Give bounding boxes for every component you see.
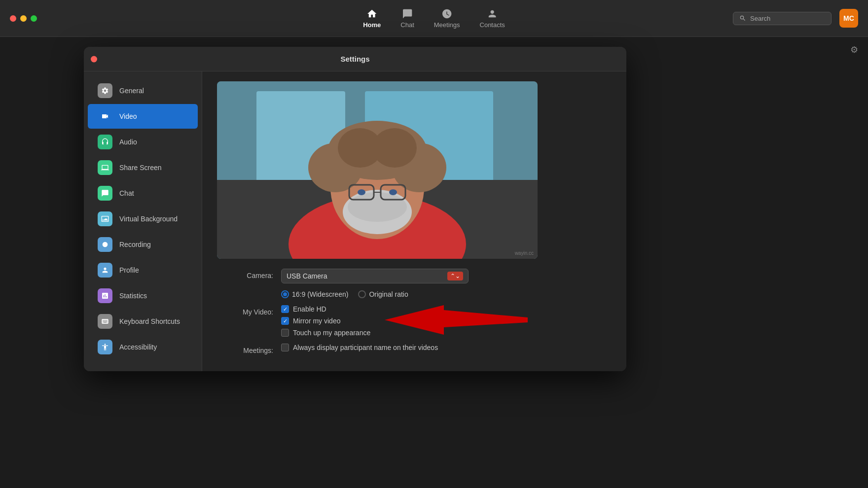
svg-point-14: [348, 192, 407, 222]
checkbox-enable-hd[interactable]: Enable HD: [281, 305, 612, 313]
camera-preview: wayin.cc: [217, 81, 538, 259]
checkbox-display-name[interactable]: Always display participant name on their…: [281, 344, 612, 351]
enable-hd-label: Enable HD: [293, 305, 326, 313]
enable-hd-checkbox[interactable]: [281, 305, 289, 313]
mirror-video-label: Mirror my video: [293, 317, 340, 325]
settings-modal: Settings General Video Audio: [84, 47, 626, 371]
sidebar-item-recording[interactable]: Recording: [88, 232, 198, 257]
sidebar-item-virtual-background[interactable]: Virtual Background: [88, 207, 198, 231]
display-name-label: Always display participant name on their…: [293, 344, 438, 351]
top-bar-right: Search MC: [733, 9, 858, 28]
maximize-window-button[interactable]: [31, 15, 37, 22]
minimize-window-button[interactable]: [20, 15, 27, 22]
meetings-icon: [441, 8, 452, 19]
radio-widescreen-label: 16:9 (Widescreen): [292, 290, 348, 298]
audio-icon: [98, 135, 112, 149]
meetings-row: Meetings: Always display participant nam…: [217, 344, 612, 354]
sidebar-general-label: General: [119, 87, 144, 95]
share-screen-icon: [98, 160, 112, 175]
sidebar-item-audio[interactable]: Audio: [88, 130, 198, 154]
radio-original-label: Original ratio: [369, 290, 408, 298]
sidebar-accessibility-label: Accessibility: [119, 343, 157, 351]
sidebar-item-general[interactable]: General: [88, 78, 198, 103]
sidebar-video-label: Video: [119, 112, 137, 120]
checkbox-touch-up[interactable]: Touch up my appearance: [281, 329, 612, 337]
video-feed: [217, 81, 538, 259]
profile-icon: [98, 263, 112, 278]
touch-up-label: Touch up my appearance: [293, 329, 370, 337]
aspect-ratio-options: 16:9 (Widescreen) Original ratio: [281, 290, 612, 298]
video-icon: [98, 109, 112, 124]
settings-gear-icon[interactable]: ⚙: [850, 44, 858, 55]
nav-meetings[interactable]: Meetings: [434, 8, 460, 29]
watermark: wayin.cc: [515, 250, 534, 256]
radio-original[interactable]: Original ratio: [358, 290, 408, 298]
sidebar-item-profile[interactable]: Profile: [88, 258, 198, 282]
sidebar-recording-label: Recording: [119, 241, 151, 248]
camera-label: Camera:: [217, 269, 281, 279]
sidebar-chat-label: Chat: [119, 189, 134, 197]
sidebar-item-keyboard-shortcuts[interactable]: Keyboard Shortcuts: [88, 309, 198, 334]
sidebar-item-accessibility[interactable]: Accessibility: [88, 335, 198, 359]
keyboard-icon: [98, 314, 112, 329]
camera-controls: USB Camera ⌃⌄: [281, 269, 612, 283]
meetings-label: Meetings:: [217, 344, 281, 354]
chat-sidebar-icon: [98, 186, 112, 201]
search-icon: [739, 15, 746, 22]
my-video-row: My Video: Enable HD Mirror my video Touc…: [217, 305, 612, 337]
modal-header: Settings: [84, 47, 626, 71]
contacts-icon: [487, 8, 498, 19]
general-icon: [98, 83, 112, 98]
my-video-label: My Video:: [217, 305, 281, 316]
touch-up-checkbox[interactable]: [281, 329, 289, 337]
search-bar[interactable]: Search: [733, 12, 832, 25]
modal-title: Settings: [340, 55, 369, 63]
radio-widescreen[interactable]: 16:9 (Widescreen): [281, 290, 348, 298]
sidebar-item-video[interactable]: Video: [88, 104, 198, 129]
sidebar-item-statistics[interactable]: Statistics: [88, 283, 198, 308]
sidebar-item-share-screen[interactable]: Share Screen: [88, 155, 198, 180]
select-arrow-icon: ⌃⌄: [447, 272, 463, 280]
display-name-checkbox[interactable]: [281, 344, 289, 351]
radio-widescreen-indicator: [281, 290, 289, 298]
camera-select-value: USB Camera: [287, 272, 327, 280]
nav-contacts[interactable]: Contacts: [480, 8, 505, 29]
checkbox-mirror-video[interactable]: Mirror my video: [281, 317, 612, 325]
svg-point-12: [372, 128, 417, 168]
close-window-button[interactable]: [10, 15, 16, 22]
recording-icon: [98, 237, 112, 252]
person-silhouette: [217, 81, 538, 259]
aspect-ratio-label: [217, 290, 281, 293]
top-bar: Home Chat Meetings Contacts Search: [0, 0, 868, 37]
statistics-icon: [98, 288, 112, 303]
mirror-video-checkbox[interactable]: [281, 317, 289, 325]
sidebar-audio-label: Audio: [119, 138, 137, 146]
window-controls: [10, 15, 37, 22]
modal-close-button[interactable]: [91, 56, 97, 62]
chat-icon: [402, 8, 413, 19]
sidebar-item-chat[interactable]: Chat: [88, 181, 198, 206]
accessibility-icon: [98, 340, 112, 354]
nav-chat[interactable]: Chat: [400, 8, 414, 29]
settings-sidebar: General Video Audio Share Screen: [84, 71, 202, 371]
modal-body: General Video Audio Share Screen: [84, 71, 626, 371]
sidebar-virtual-bg-label: Virtual Background: [119, 215, 178, 223]
camera-row: Camera: USB Camera ⌃⌄: [217, 269, 612, 283]
sidebar-share-screen-label: Share Screen: [119, 164, 162, 172]
my-video-controls: Enable HD Mirror my video Touch up my ap…: [281, 305, 612, 337]
sidebar-statistics-label: Statistics: [119, 292, 147, 300]
svg-point-19: [389, 189, 397, 195]
user-avatar[interactable]: MC: [839, 9, 858, 28]
aspect-ratio-row: 16:9 (Widescreen) Original ratio: [217, 290, 612, 298]
camera-select[interactable]: USB Camera ⌃⌄: [281, 269, 469, 283]
virtual-bg-icon: [98, 211, 112, 226]
sidebar-profile-label: Profile: [119, 266, 139, 274]
sidebar-keyboard-shortcuts-label: Keyboard Shortcuts: [119, 317, 180, 325]
svg-point-18: [358, 189, 365, 195]
nav-home[interactable]: Home: [363, 8, 381, 29]
meetings-controls: Always display participant name on their…: [281, 344, 612, 351]
video-settings-content: wayin.cc Camera: USB Camera ⌃⌄: [202, 71, 626, 371]
top-navigation: Home Chat Meetings Contacts: [363, 8, 505, 29]
svg-point-0: [103, 242, 108, 247]
radio-original-indicator: [358, 290, 366, 298]
